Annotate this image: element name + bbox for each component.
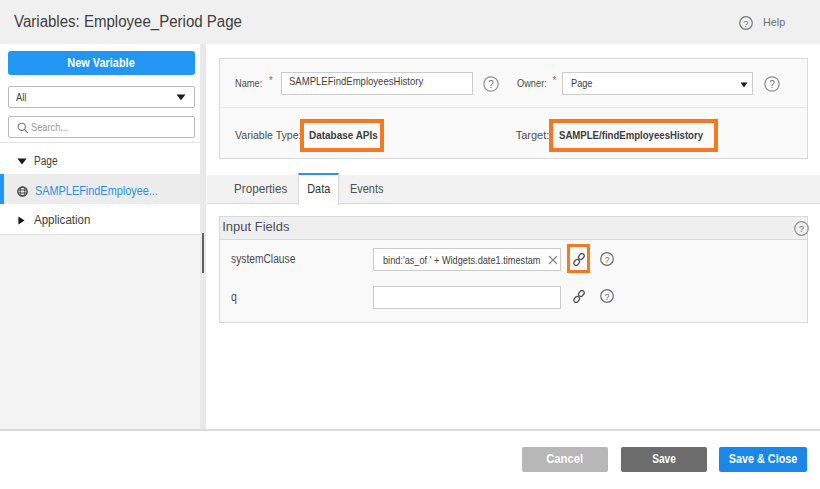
svg-text:?: ? — [604, 292, 609, 302]
svg-text:?: ? — [769, 79, 775, 90]
svg-text:?: ? — [488, 79, 494, 90]
svg-text:?: ? — [798, 223, 803, 234]
svg-text:?: ? — [604, 254, 609, 264]
svg-text:?: ? — [743, 18, 748, 29]
